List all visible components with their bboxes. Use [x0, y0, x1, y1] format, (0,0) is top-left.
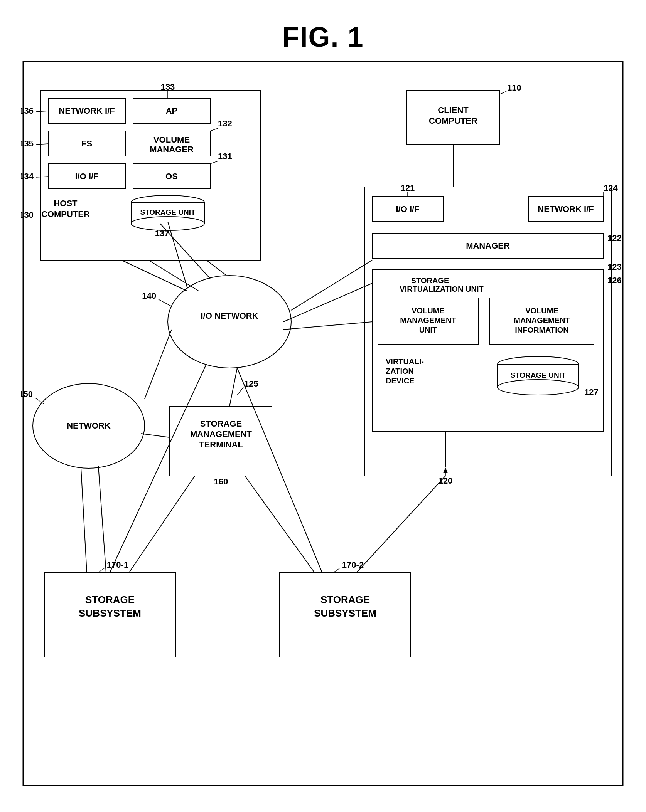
svg-text:125: 125 — [244, 379, 258, 388]
svg-text:OS: OS — [165, 171, 178, 181]
page-title: FIG. 1 — [0, 0, 646, 53]
svg-text:MANAGEMENT: MANAGEMENT — [190, 429, 252, 439]
svg-text:130: 130 — [21, 210, 34, 220]
svg-text:170-1: 170-1 — [107, 560, 128, 570]
svg-text:134: 134 — [21, 171, 34, 181]
svg-text:137: 137 — [155, 229, 169, 238]
svg-text:UNIT: UNIT — [419, 326, 437, 334]
svg-text:COMPUTER: COMPUTER — [429, 116, 477, 126]
svg-text:140: 140 — [142, 291, 156, 301]
svg-point-69 — [498, 380, 579, 395]
svg-text:135: 135 — [21, 139, 34, 148]
svg-text:TERMINAL: TERMINAL — [199, 440, 243, 449]
svg-text:VOLUME: VOLUME — [153, 135, 190, 145]
svg-text:VOLUME: VOLUME — [412, 306, 445, 315]
svg-text:133: 133 — [161, 82, 175, 92]
svg-text:FS: FS — [81, 139, 92, 148]
svg-text:SUBSYSTEM: SUBSYSTEM — [314, 607, 376, 619]
svg-text:136: 136 — [21, 106, 34, 116]
svg-text:CLIENT: CLIENT — [438, 105, 469, 115]
svg-text:VIRTUALI-: VIRTUALI- — [386, 357, 424, 366]
svg-text:126: 126 — [607, 276, 622, 285]
svg-text:COMPUTER: COMPUTER — [41, 209, 90, 219]
svg-text:STORAGE: STORAGE — [85, 594, 135, 605]
svg-rect-49 — [372, 270, 604, 432]
svg-text:I/O I/F: I/O I/F — [396, 204, 419, 214]
svg-text:NETWORK I/F: NETWORK I/F — [538, 204, 594, 214]
svg-text:STORAGE: STORAGE — [411, 276, 449, 285]
svg-text:STORAGE: STORAGE — [200, 419, 242, 429]
svg-text:131: 131 — [218, 151, 232, 161]
svg-text:150: 150 — [21, 389, 33, 399]
diagram: NETWORK I/F AP FS VOLUME MANAGER I/O I/F… — [21, 60, 625, 788]
svg-text:110: 110 — [507, 83, 521, 92]
svg-text:160: 160 — [214, 477, 228, 486]
svg-text:INFORMATION: INFORMATION — [515, 326, 569, 334]
svg-text:123: 123 — [607, 262, 622, 272]
svg-text:SUBSYSTEM: SUBSYSTEM — [79, 607, 141, 619]
svg-text:132: 132 — [218, 119, 232, 128]
svg-text:VOLUME: VOLUME — [525, 306, 558, 315]
svg-text:MANAGEMENT: MANAGEMENT — [514, 316, 570, 324]
svg-text:NETWORK I/F: NETWORK I/F — [59, 106, 115, 116]
svg-text:AP: AP — [166, 106, 178, 116]
svg-text:STORAGE: STORAGE — [320, 594, 370, 605]
svg-text:STORAGE UNIT: STORAGE UNIT — [510, 371, 566, 379]
svg-text:I/O  I/F: I/O I/F — [75, 171, 98, 181]
svg-text:ZATION: ZATION — [386, 367, 414, 375]
svg-text:MANAGEMENT: MANAGEMENT — [400, 316, 456, 324]
svg-text:MANAGER: MANAGER — [466, 241, 510, 250]
svg-text:127: 127 — [584, 387, 599, 397]
svg-text:124: 124 — [604, 183, 618, 193]
svg-text:DEVICE: DEVICE — [386, 377, 414, 385]
svg-text:NETWORK: NETWORK — [67, 421, 111, 430]
svg-point-83 — [168, 276, 291, 368]
svg-text:122: 122 — [607, 233, 622, 243]
svg-text:I/O NETWORK: I/O NETWORK — [201, 311, 258, 321]
svg-text:HOST: HOST — [54, 198, 78, 208]
svg-text:121: 121 — [401, 183, 415, 193]
svg-text:VIRTUALIZATION UNIT: VIRTUALIZATION UNIT — [400, 285, 483, 293]
svg-text:MANAGER: MANAGER — [150, 145, 194, 154]
svg-text:STORAGE UNIT: STORAGE UNIT — [140, 208, 196, 216]
